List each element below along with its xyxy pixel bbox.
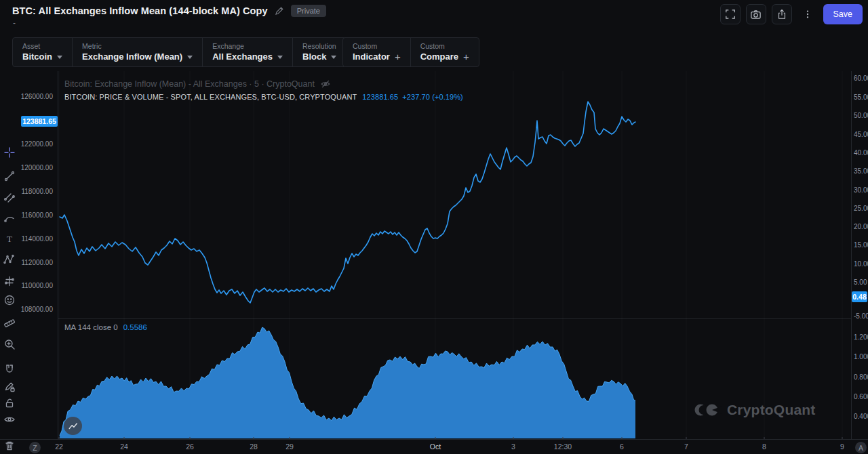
share-button[interactable] (772, 4, 792, 24)
tool-trend-line-button[interactable] (2, 169, 17, 184)
right-value-axis[interactable]: 60.0055.0050.0045.0040.0035.0030.0025.00… (852, 71, 868, 439)
edit-title-icon[interactable] (274, 5, 285, 16)
tool-magnet-button[interactable] (2, 362, 17, 377)
price-change-value: +237.70 (+0.19%) (402, 93, 463, 101)
plot-left-border (58, 71, 58, 439)
chevron-down-icon (331, 56, 336, 59)
time-axis[interactable]: Z A 2224262829Oct312:306789 (0, 439, 868, 454)
price-series-legend: BITCOIN: PRICE & VOLUME - SPOT, ALL EXCH… (64, 93, 357, 101)
axis-label: 40.00 (854, 149, 868, 157)
time-axis-label: 22 (55, 442, 63, 451)
tool-ruler-button[interactable] (2, 316, 17, 331)
chart-title-row: BTC: All Exchanges Inflow Mean (144-bloc… (12, 5, 326, 17)
save-button[interactable]: Save (823, 4, 863, 24)
chart-canvas[interactable] (0, 0, 868, 454)
timezone-button[interactable]: Z (29, 442, 41, 453)
time-axis-label: 29 (285, 442, 294, 451)
ma-area-edge (60, 327, 635, 436)
tool-lock-all-button[interactable] (2, 396, 17, 411)
exchange-dropdown-value: All Exchanges (212, 51, 273, 62)
custom-compare-label: Custom (420, 42, 469, 50)
header-actions: Save (720, 4, 863, 24)
more-options-button[interactable] (797, 4, 818, 24)
axis-label: 118000.00 (21, 188, 53, 195)
tool-hide-all-button[interactable] (2, 412, 17, 427)
axis-label: 0.4000 (854, 413, 868, 420)
axis-label: 116000.00 (21, 211, 53, 219)
tool-zoom-in-button[interactable] (2, 337, 17, 352)
watermark-text: CryptoQuant (727, 402, 816, 418)
gridlines (59, 71, 842, 439)
custom-indicator-label: Custom (353, 42, 401, 50)
asset-dropdown[interactable]: Asset Bitcoin (13, 38, 72, 66)
time-axis-label: 12:30 (554, 442, 572, 451)
exchange-dropdown[interactable]: Exchange All Exchanges (202, 38, 292, 66)
resolution-dropdown[interactable]: Resolution Block (292, 38, 346, 66)
screenshot-button[interactable] (746, 4, 766, 24)
auto-scale-button[interactable]: A (855, 442, 867, 453)
tool-forecast-button[interactable] (2, 274, 17, 289)
tool-drawing-mode-button[interactable] (2, 379, 17, 394)
custom-compare-button[interactable]: Custom Compare+ (410, 38, 479, 66)
ma-legend-label: MA 144 close 0 (64, 323, 118, 331)
tool-text-button[interactable]: T (2, 231, 17, 246)
axis-label: -5.00 (854, 312, 868, 320)
axis-label: 5.00 (854, 278, 867, 286)
chevron-down-icon (187, 56, 193, 59)
axis-label: 35.00 (854, 167, 868, 175)
axis-label: 122000.00 (21, 140, 53, 148)
time-axis-label: Oct (430, 442, 441, 451)
pane-divider[interactable] (58, 318, 851, 319)
custom-toolbar: Custom Indicator+ Custom Compare+ (342, 37, 479, 67)
tool-emoji-button[interactable] (2, 293, 17, 308)
cryptoquant-logo-icon (694, 403, 722, 417)
svg-text:T: T (7, 234, 12, 244)
tool-brush-button[interactable] (2, 211, 17, 226)
last-price-value: 123881.65 (362, 93, 398, 101)
tool-crosshair-button[interactable] (2, 145, 17, 160)
metric-dropdown-label: Metric (82, 42, 193, 50)
axis-label: 30.00 (854, 186, 868, 194)
axis-label: 20.00 (854, 223, 868, 230)
time-axis-label: 6 (620, 442, 624, 451)
ma-pane-legend: MA 144 close 00.5586 (64, 323, 147, 331)
asset-dropdown-label: Asset (22, 42, 62, 50)
asset-dropdown-value: Bitcoin (22, 51, 52, 62)
drawing-tools-sidebar: T (0, 71, 19, 454)
private-badge: Private (291, 5, 326, 17)
custom-indicator-button[interactable]: Custom Indicator+ (343, 38, 410, 66)
axis-label: 55.00 (854, 94, 868, 101)
chart-subtitle: - (13, 18, 16, 28)
tool-fib-channel-button[interactable] (2, 190, 17, 205)
time-axis-label: 24 (120, 442, 128, 451)
axis-label: 15.00 (854, 241, 868, 249)
metric-dropdown[interactable]: Metric Exchange Inflow (Mean) (72, 38, 202, 66)
main-pane-legend: Bitcoin: Exchange Inflow (Mean) - All Ex… (64, 79, 463, 101)
resolution-dropdown-label: Resolution (302, 42, 336, 50)
axis-label: 120000.00 (21, 164, 53, 171)
ma-area-series (60, 327, 635, 438)
inflow-series-legend: Bitcoin: Exchange Inflow (Mean) - All Ex… (64, 79, 315, 89)
axis-label: 45.00 (854, 131, 868, 138)
axis-label: 1.2000 (854, 333, 868, 341)
resolution-dropdown-value: Block (302, 51, 326, 62)
current-price-badge: 123881.65 (21, 116, 58, 127)
area-chart-icon (68, 421, 79, 432)
chevron-down-icon (57, 56, 62, 59)
time-axis-label: 28 (250, 442, 258, 451)
eye-hidden-icon[interactable] (320, 79, 331, 89)
page-title: BTC: All Exchanges Inflow Mean (144-bloc… (12, 5, 268, 16)
chevron-down-icon (277, 56, 283, 59)
time-axis-label: 9 (840, 442, 844, 451)
cryptoquant-watermark: CryptoQuant (694, 402, 816, 418)
current-inflow-badge: 0.48 (852, 291, 867, 302)
plus-icon: + (395, 51, 401, 62)
axis-label: 126000.00 (21, 93, 53, 100)
fullscreen-button[interactable] (720, 4, 741, 24)
time-axis-label: 8 (762, 442, 766, 451)
time-axis-label: 7 (684, 442, 688, 451)
tool-xabcd-pattern-button[interactable] (2, 252, 17, 267)
axis-label: 50.00 (854, 112, 868, 119)
pane-chart-style-button[interactable] (64, 417, 82, 435)
custom-indicator-value: Indicator (353, 51, 390, 62)
